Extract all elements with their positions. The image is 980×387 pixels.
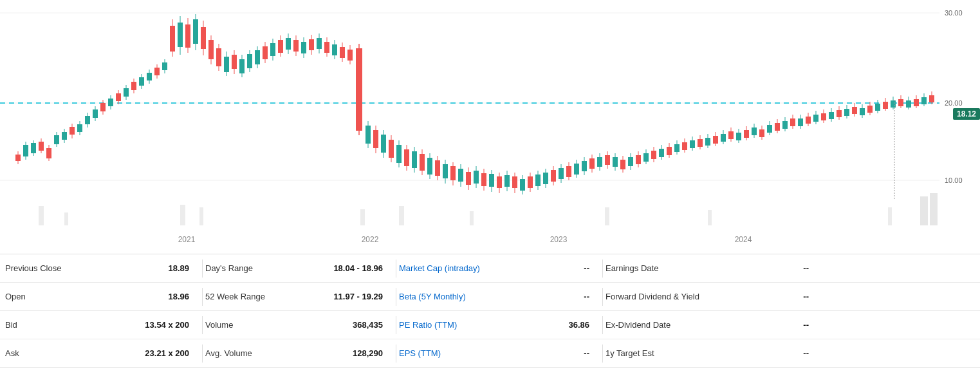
svg-rect-213 [775,123,780,131]
days-range-label: Day's Range [200,263,303,273]
svg-rect-117 [404,149,409,166]
svg-rect-233 [852,107,857,114]
svg-rect-135 [474,171,479,184]
prev-close-value: 18.89 [116,263,199,273]
svg-rect-123 [427,158,432,175]
svg-rect-147 [520,179,525,191]
svg-rect-127 [443,164,448,178]
svg-rect-163 [582,161,587,171]
current-price-badge: 18.12 [953,108,980,120]
svg-rect-69 [216,48,221,66]
svg-rect-249 [914,99,919,106]
svg-rect-33 [77,124,82,132]
svg-rect-253 [929,95,934,102]
market-cap-label: Market Cap (intraday) [394,263,535,273]
svg-rect-29 [62,132,67,140]
svg-rect-251 [921,97,927,104]
svg-rect-223 [813,115,818,122]
stats-table: Previous Close 18.89 Day's Range 18.04 -… [0,254,980,368]
svg-rect-109 [373,130,378,148]
svg-rect-193 [698,139,703,147]
stock-chart: 30.00 20.00 10.00 2021 2022 2023 2024 18… [0,0,980,251]
svg-rect-79 [255,50,260,64]
svg-rect-239 [875,104,880,111]
svg-rect-45 [124,88,129,97]
svg-rect-229 [837,110,842,117]
svg-rect-141 [497,176,502,188]
svg-text:2022: 2022 [362,235,379,244]
svg-rect-219 [798,118,803,126]
target-est-value: -- [768,348,819,358]
svg-rect-237 [867,106,873,113]
svg-rect-243 [891,100,896,108]
target-est-label: 1y Target Est [600,348,768,358]
svg-rect-207 [752,127,757,135]
svg-rect-25 [46,148,51,158]
svg-rect-169 [605,155,610,165]
svg-rect-201 [728,131,734,139]
svg-rect-61 [185,24,190,48]
svg-rect-37 [93,109,98,118]
svg-rect-91 [301,42,306,53]
svg-rect-221 [806,117,811,124]
svg-rect-191 [690,140,695,148]
open-value: 18.96 [116,292,199,301]
svg-rect-95 [317,38,322,49]
svg-rect-17 [15,155,21,161]
svg-rect-71 [224,57,229,72]
svg-rect-119 [412,151,417,168]
market-cap-value: -- [535,263,600,273]
svg-rect-47 [131,82,136,90]
beta-value: -- [535,292,600,301]
svg-rect-93 [309,39,314,50]
avg-volume-label: Avg. Volume [200,348,303,358]
svg-rect-19 [23,145,28,156]
svg-rect-59 [178,23,183,47]
svg-rect-167 [597,157,602,167]
svg-rect-143 [504,175,510,187]
svg-rect-211 [767,125,772,133]
svg-rect-107 [365,126,371,144]
svg-rect-6 [180,205,185,225]
svg-rect-159 [566,166,571,177]
svg-rect-63 [193,19,198,44]
svg-rect-35 [85,116,90,124]
volume-value: 368,435 [303,320,393,330]
svg-text:2023: 2023 [550,235,568,244]
svg-rect-199 [721,134,726,142]
svg-rect-157 [559,168,564,179]
svg-rect-97 [324,42,329,53]
volume-label: Volume [200,320,303,330]
svg-rect-7 [199,207,203,225]
svg-rect-9 [399,206,404,225]
svg-rect-14 [920,196,928,225]
svg-rect-15 [930,193,938,225]
svg-rect-145 [512,176,517,188]
svg-rect-13 [888,207,892,225]
svg-rect-39 [100,103,106,111]
svg-rect-4 [39,206,44,225]
svg-rect-149 [528,176,533,188]
svg-rect-73 [232,55,237,69]
svg-rect-67 [208,40,214,59]
svg-rect-171 [613,157,618,167]
svg-rect-75 [239,59,245,73]
bid-label: Bid [0,320,116,330]
fwd-dividend-label: Forward Dividend & Yield [600,292,768,301]
pe-ratio-label: PE Ratio (TTM) [394,320,535,330]
days-range-value: 18.04 - 18.96 [303,263,393,273]
svg-rect-27 [54,135,59,144]
ex-dividend-value: -- [768,320,819,330]
svg-rect-43 [116,93,121,101]
beta-label: Beta (5Y Monthly) [394,292,535,301]
svg-rect-177 [636,155,641,164]
svg-rect-203 [736,133,741,140]
svg-rect-179 [643,153,649,162]
svg-rect-131 [458,169,463,182]
svg-rect-231 [844,109,849,116]
svg-rect-209 [759,129,764,137]
svg-rect-51 [147,73,152,80]
week-range-label: 52 Week Range [200,292,303,301]
svg-rect-173 [620,160,625,169]
svg-rect-41 [108,99,113,106]
